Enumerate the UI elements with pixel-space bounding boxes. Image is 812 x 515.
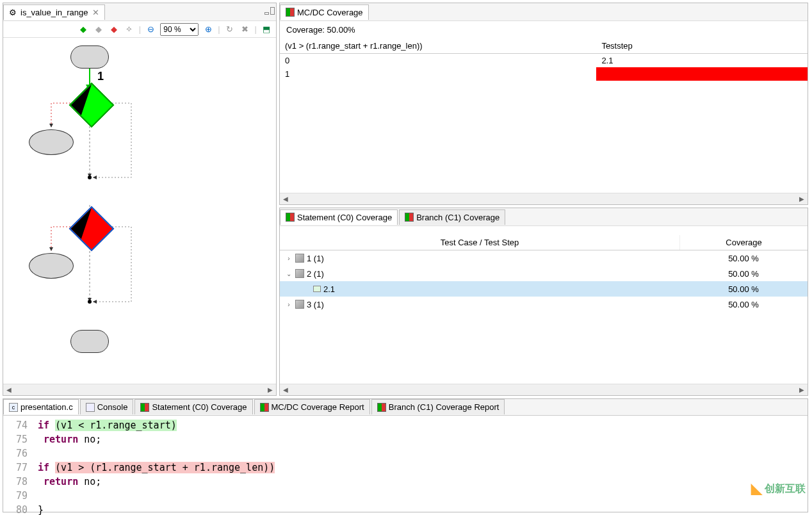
- code-line: 80}: [8, 503, 802, 515]
- process-2[interactable]: [29, 253, 74, 279]
- delete-icon[interactable]: ✖: [240, 24, 251, 35]
- tab-c1-report[interactable]: Branch (C1) Coverage Report: [371, 399, 505, 414]
- node-add-icon[interactable]: ✧: [124, 24, 135, 35]
- col-testcase: Test Case / Test Step: [280, 235, 679, 250]
- coverage-icon: [286, 8, 295, 17]
- svg-point-1: [88, 176, 92, 179]
- node-gray-icon[interactable]: ◆: [93, 24, 104, 35]
- tab-c1-report-label: Branch (C1) Coverage Report: [389, 402, 499, 412]
- node-green-icon[interactable]: ◆: [77, 24, 89, 35]
- tab-mcdc-report-label: MC/DC Coverage Report: [272, 402, 364, 412]
- cov-row[interactable]: ›3 (1)50.00 %: [280, 297, 808, 312]
- cov-pane: Statement (C0) Coverage Branch (C1) Cove…: [279, 208, 808, 396]
- flow-canvas[interactable]: 1: [3, 38, 276, 384]
- flow-pane: ⚙ is_value_in_range ✕ ◆ ◆ ◆ ✧ | ⊖ 90 % ⊕…: [3, 3, 277, 396]
- minimize-icon[interactable]: [264, 12, 269, 15]
- coverage-label: Coverage: 50.00%: [280, 21, 808, 38]
- zoom-in-icon[interactable]: ⊕: [202, 24, 214, 35]
- row-coverage: 50.00 %: [679, 300, 808, 309]
- row-label: 2 (1): [307, 269, 324, 279]
- coverage-icon: [405, 213, 414, 222]
- row-label: 3 (1): [307, 300, 324, 309]
- export-icon[interactable]: ⬒: [261, 24, 272, 35]
- row-label: 1 (1): [307, 254, 324, 263]
- cov-row[interactable]: ›1 (1)50.00 %: [280, 250, 808, 266]
- testcase-icon: [295, 300, 304, 309]
- scroll-left-icon[interactable]: ◀: [280, 384, 291, 396]
- node-red-icon[interactable]: ◆: [108, 24, 120, 35]
- tab-mcdc-label: MC/DC Coverage: [297, 8, 363, 17]
- cov-row[interactable]: ⌄2 (1)50.00 %: [280, 266, 808, 281]
- logo-icon: ◣: [751, 480, 762, 497]
- scroll-right-icon[interactable]: ▶: [796, 384, 808, 396]
- tab-mcdc-report[interactable]: MC/DC Coverage Report: [254, 399, 370, 414]
- tab-c0-label: Statement (C0) Coverage: [297, 213, 392, 222]
- tab-file-label: presentation.c: [20, 402, 73, 412]
- cov-tree[interactable]: ›1 (1)50.00 %⌄2 (1)50.00 %2.150.00 %›3 (…: [280, 250, 808, 312]
- mcdc-row[interactable]: 1: [280, 67, 808, 81]
- tab-c1[interactable]: Branch (C1) Coverage: [399, 209, 505, 225]
- collapse-icon[interactable]: ⌄: [285, 270, 293, 277]
- function-icon: ⚙: [9, 8, 18, 17]
- cov-titlebar: Statement (C0) Coverage Branch (C1) Cove…: [280, 208, 808, 226]
- tab-mcdc[interactable]: MC/DC Coverage: [280, 4, 369, 20]
- edge-label: 1: [97, 70, 104, 83]
- zoom-out-icon[interactable]: ⊖: [145, 24, 156, 35]
- start-node[interactable]: [70, 45, 109, 69]
- coverage-icon: [286, 213, 295, 222]
- row-coverage: 50.00 %: [679, 284, 808, 294]
- process-1[interactable]: [29, 129, 74, 155]
- restore-icon[interactable]: [270, 7, 275, 15]
- end-node[interactable]: [70, 330, 109, 353]
- scroll-right-icon[interactable]: ▶: [796, 193, 808, 205]
- testcase-icon: [295, 254, 304, 263]
- expand-icon[interactable]: ›: [285, 254, 293, 262]
- code-line: 75 return no;: [8, 432, 802, 446]
- tab-console-label: Console: [97, 402, 128, 412]
- tab-c0-report-label: Statement (C0) Coverage: [152, 402, 247, 412]
- leaf-icon: [303, 285, 311, 293]
- row-coverage: 50.00 %: [679, 254, 808, 263]
- mcdc-scrollbar[interactable]: ◀ ▶: [280, 193, 808, 204]
- tab-c0[interactable]: Statement (C0) Coverage: [280, 209, 398, 225]
- tab-c1-label: Branch (C1) Coverage: [416, 213, 499, 222]
- scroll-left-icon[interactable]: ◀: [3, 384, 15, 396]
- decision-1[interactable]: [69, 83, 115, 128]
- tab-file[interactable]: c presentation.c: [3, 399, 79, 414]
- cov-scrollbar[interactable]: ◀ ▶: [280, 384, 808, 395]
- watermark-text: 创新互联: [765, 482, 806, 496]
- row-coverage: 50.00 %: [679, 269, 808, 279]
- zoom-select[interactable]: 90 %: [160, 23, 199, 36]
- testcase-icon: [295, 269, 304, 278]
- coverage-icon: [140, 403, 149, 412]
- bottom-tabs: c presentation.c Console Statement (C0) …: [3, 399, 808, 416]
- code-pane: c presentation.c Console Statement (C0) …: [3, 398, 808, 512]
- mcdc-titlebar: MC/DC Coverage: [280, 3, 808, 21]
- scroll-left-icon[interactable]: ◀: [280, 193, 291, 205]
- teststep-icon: [313, 286, 321, 292]
- tab-flow[interactable]: ⚙ is_value_in_range ✕: [3, 4, 105, 20]
- code-editor[interactable]: 74if (v1 < r1.range_start)75 return no;7…: [3, 416, 808, 515]
- scroll-right-icon[interactable]: ▶: [264, 384, 276, 396]
- mcdc-row[interactable]: 02.1: [280, 54, 808, 68]
- cond-header: (v1 > (r1.range_start + r1.range_len)): [280, 38, 596, 54]
- console-icon: [86, 403, 95, 412]
- watermark: ◣ 创新互联: [751, 480, 806, 497]
- code-line: 78 return no;: [8, 475, 802, 489]
- mcdc-table: (v1 > (r1.range_start + r1.range_len)) T…: [280, 38, 808, 81]
- close-icon[interactable]: ✕: [92, 8, 99, 17]
- expand-icon[interactable]: ›: [285, 300, 293, 308]
- window-controls: [264, 7, 275, 17]
- tab-console[interactable]: Console: [80, 399, 134, 414]
- coverage-icon: [377, 403, 386, 412]
- cov-row[interactable]: 2.150.00 %: [280, 281, 808, 297]
- coverage-icon: [260, 403, 269, 412]
- tab-c0-report[interactable]: Statement (C0) Coverage: [134, 399, 252, 414]
- h-scrollbar[interactable]: ◀ ▶: [3, 384, 276, 395]
- decision-2[interactable]: [69, 206, 115, 252]
- code-line: 77if (v1 > (r1.range_start + r1.range_le…: [8, 461, 802, 475]
- flow-toolbar: ◆ ◆ ◆ ✧ | ⊖ 90 % ⊕ | ↻ ✖ | ⬒: [3, 21, 276, 38]
- row-label: 2.1: [323, 284, 335, 294]
- redo-icon[interactable]: ↻: [224, 24, 236, 35]
- svg-point-2: [88, 300, 92, 304]
